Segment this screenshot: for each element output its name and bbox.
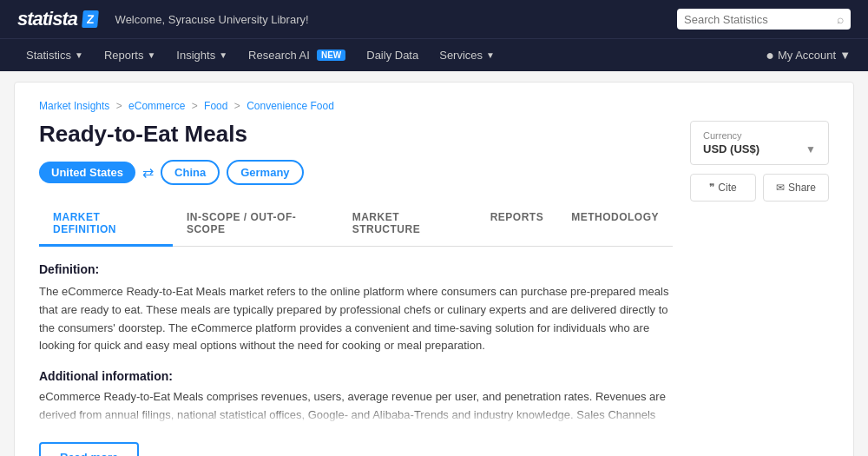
chevron-down-icon: ▼	[75, 50, 83, 60]
share-button[interactable]: ✉ Share	[763, 174, 829, 202]
tab-methodology[interactable]: Methodology	[557, 202, 673, 247]
definition-title: Definition:	[39, 262, 673, 276]
search-input[interactable]	[684, 13, 832, 26]
tab-market-definition[interactable]: Market Definition	[39, 202, 173, 247]
additional-info-title: Additional information:	[39, 369, 673, 383]
search-box[interactable]: ⌕	[677, 9, 851, 30]
content-sidebar: Currency USD (US$) ▼ ❞ Cite ✉ Share	[690, 121, 829, 456]
tabs: Market Definition In-Scope / Out-of-Scop…	[39, 202, 673, 247]
chevron-down-icon: ▼	[147, 50, 155, 60]
quote-icon: ❞	[709, 182, 714, 194]
definition-text: The eCommerce Ready-to-Eat Meals market …	[39, 283, 673, 355]
breadcrumb: Market Insights > eCommerce > Food > Con…	[39, 100, 829, 112]
currency-value[interactable]: USD (US$) ▼	[703, 142, 816, 155]
currency-label: Currency	[703, 130, 816, 141]
nav-reports[interactable]: Reports ▼	[95, 42, 164, 69]
nav-research-ai[interactable]: Research AI NEW	[240, 42, 354, 69]
country-tags: United States ⇄ China Germany	[39, 160, 673, 185]
nav-services[interactable]: Services ▼	[431, 42, 503, 69]
country-tag-us[interactable]: United States	[39, 162, 135, 183]
tab-market-structure[interactable]: Market Structure	[339, 202, 477, 247]
top-nav: statista Z Welcome, Syracuse University …	[0, 0, 868, 38]
breadcrumb-food[interactable]: Food	[204, 100, 227, 112]
chevron-down-icon: ▼	[806, 143, 816, 155]
logo-text: statista	[17, 8, 77, 30]
read-more-button[interactable]: Read more	[39, 442, 139, 456]
nav-daily-data[interactable]: Daily Data	[358, 42, 427, 69]
content-layout: Ready-to-Eat Meals United States ⇄ China…	[39, 121, 829, 456]
chevron-down-icon: ▼	[486, 50, 495, 60]
search-icon: ⌕	[837, 12, 844, 26]
additional-info-text: eCommerce Ready-to-Eat Meals comprises r…	[39, 388, 673, 425]
country-tag-china[interactable]: China	[161, 160, 220, 185]
swap-icon[interactable]: ⇄	[142, 164, 154, 181]
currency-box[interactable]: Currency USD (US$) ▼	[690, 121, 829, 165]
content-main: Ready-to-Eat Meals United States ⇄ China…	[39, 121, 673, 456]
breadcrumb-convenience-food[interactable]: Convenience Food	[247, 100, 334, 112]
page-title: Ready-to-Eat Meals	[39, 121, 673, 148]
logo-icon: Z	[82, 10, 98, 28]
tab-reports[interactable]: Reports	[477, 202, 558, 247]
country-tag-germany[interactable]: Germany	[227, 160, 303, 185]
new-badge: NEW	[317, 50, 345, 61]
share-icon: ✉	[776, 182, 785, 194]
cite-button[interactable]: ❞ Cite	[690, 174, 756, 202]
sidebar-action-buttons: ❞ Cite ✉ Share	[690, 174, 829, 202]
nav-right: ● My Account ▼	[766, 48, 851, 63]
nav-statistics[interactable]: Statistics ▼	[17, 42, 92, 69]
nav-insights[interactable]: Insights ▼	[168, 42, 236, 69]
chevron-down-icon: ▼	[839, 49, 851, 62]
breadcrumb-ecommerce[interactable]: eCommerce	[128, 100, 185, 112]
logo[interactable]: statista Z	[17, 8, 98, 30]
breadcrumb-market-insights[interactable]: Market Insights	[39, 100, 109, 112]
my-account-button[interactable]: My Account ▼	[778, 49, 851, 62]
user-icon: ●	[766, 48, 774, 63]
tab-in-scope[interactable]: In-Scope / Out-of-Scope	[173, 202, 339, 247]
main-content: Market Insights > eCommerce > Food > Con…	[14, 82, 854, 456]
sub-nav: Statistics ▼ Reports ▼ Insights ▼ Resear…	[0, 38, 868, 71]
chevron-down-icon: ▼	[219, 50, 227, 60]
welcome-text: Welcome, Syracuse University Library!	[115, 13, 660, 26]
